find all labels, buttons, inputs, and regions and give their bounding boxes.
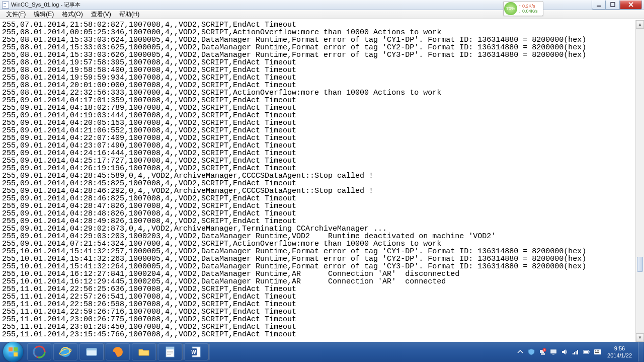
clock-date: 2014/1/22 xyxy=(607,352,632,359)
taskbar-app-explorer[interactable] xyxy=(79,343,104,360)
svg-rect-30 xyxy=(576,351,577,354)
svg-rect-29 xyxy=(574,352,575,354)
svg-rect-36 xyxy=(595,350,596,351)
tray-clock[interactable]: 9:56 2014/1/22 xyxy=(603,345,636,359)
titlebar: WinCC_Sys_01.log - 记事本 xyxy=(0,0,644,10)
menu-help[interactable]: 帮助(H) xyxy=(115,10,144,19)
tray-monitor-icon[interactable] xyxy=(549,348,557,356)
svg-rect-4 xyxy=(9,352,13,356)
taskbar-app-word[interactable]: W xyxy=(184,343,208,360)
menu-edit[interactable]: 编辑(E) xyxy=(30,10,58,19)
svg-rect-12 xyxy=(87,348,97,350)
menu-format[interactable]: 格式(O) xyxy=(58,10,87,19)
close-button[interactable] xyxy=(620,1,642,10)
svg-rect-27 xyxy=(552,354,554,355)
start-button[interactable] xyxy=(3,342,23,362)
taskbar-app-firefox[interactable] xyxy=(106,343,130,360)
tray-show-hidden-icon[interactable] xyxy=(516,348,524,356)
net-download-speed: ↓ 0.04K/s xyxy=(519,9,538,14)
tray-shield-icon[interactable] xyxy=(527,348,535,356)
svg-rect-5 xyxy=(14,352,18,356)
menu-file[interactable]: 文件(F) xyxy=(2,10,30,19)
net-upload-speed: ↑ 0.2K/s xyxy=(519,4,538,9)
svg-rect-37 xyxy=(597,350,598,351)
menubar: 文件(F) 编辑(E) 格式(O) 查看(V) 帮助(H) xyxy=(0,10,644,19)
tray-battery-icon[interactable] xyxy=(583,348,591,356)
taskbar-app-ie[interactable] xyxy=(53,343,77,360)
show-desktop-button[interactable] xyxy=(638,342,643,361)
window-title: WinCC_Sys_01.log - 记事本 xyxy=(11,1,80,9)
scroll-thumb[interactable] xyxy=(637,257,643,272)
taskbar-app-folder[interactable] xyxy=(132,343,156,360)
tray-network-disconnected-icon[interactable]: ✕ xyxy=(538,348,546,356)
tray-volume-icon[interactable] xyxy=(560,348,569,356)
system-tray: ✕ 9:56 2014/1/22 xyxy=(515,342,644,361)
taskbar-app-notepad[interactable] xyxy=(158,343,182,360)
svg-rect-0 xyxy=(597,6,601,7)
svg-rect-34 xyxy=(584,351,588,353)
tray-ime-icon[interactable] xyxy=(594,348,602,356)
taskbar-app-360[interactable] xyxy=(27,343,51,360)
net-percent-icon: 70% xyxy=(504,2,517,15)
taskbar: W ✕ 9:56 2014/1/22 xyxy=(0,342,644,362)
svg-rect-26 xyxy=(550,349,556,353)
svg-rect-31 xyxy=(577,350,578,354)
vertical-scrollbar[interactable]: ▲ ▼ xyxy=(635,20,644,342)
svg-rect-38 xyxy=(598,350,599,351)
notepad-icon xyxy=(2,2,9,9)
svg-rect-1 xyxy=(611,3,615,7)
menu-view[interactable]: 查看(V) xyxy=(87,10,115,19)
tray-wifi-icon[interactable] xyxy=(572,348,580,356)
svg-rect-28 xyxy=(573,353,574,354)
minimize-button[interactable] xyxy=(592,1,606,10)
svg-rect-15 xyxy=(166,347,174,349)
svg-rect-39 xyxy=(595,352,599,353)
svg-text:W: W xyxy=(191,349,196,355)
maximize-button[interactable] xyxy=(606,1,620,10)
network-meter-widget[interactable]: 70% ↑ 0.2K/s ↓ 0.04K/s xyxy=(503,1,543,16)
svg-text:✕: ✕ xyxy=(543,348,545,351)
svg-rect-3 xyxy=(14,347,18,351)
clock-time: 9:56 xyxy=(607,345,632,352)
scroll-up-button[interactable]: ▲ xyxy=(636,20,644,29)
svg-rect-23 xyxy=(541,353,545,355)
scroll-down-button[interactable]: ▼ xyxy=(636,333,644,342)
svg-rect-33 xyxy=(589,351,590,352)
text-content[interactable]: 255,07.01.2014,21:58:02:827,1007008,4,,V… xyxy=(0,20,635,342)
svg-rect-2 xyxy=(9,347,13,351)
